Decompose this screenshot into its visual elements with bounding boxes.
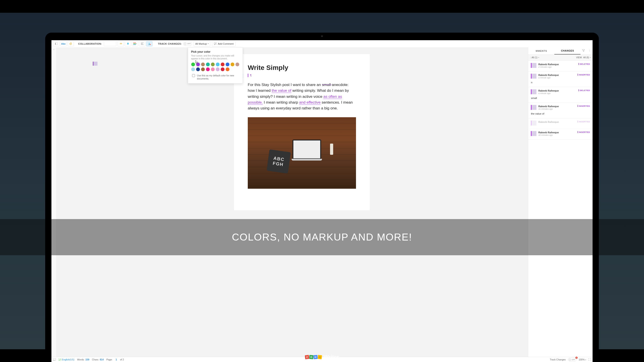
change-item[interactable]: Rakeeb Rafeeque41 minutes agoINSERTEDthe… [528,103,592,118]
change-badge: INSERTED [578,105,590,107]
color-swatch[interactable] [216,67,220,71]
color-swatch[interactable] [216,62,220,66]
right-panel: MMENTS CHANGES ⋮ : All (1)▾ VIEW: All (6… [528,47,592,357]
collapse-icon[interactable]: ‹ [54,48,54,51]
color-swatch[interactable] [191,62,195,66]
monitor-frame: Abc COLLABORATION: ✉ ▾ TRACK CHANGES: OF… [45,33,599,362]
refresh-button[interactable] [68,41,74,46]
change-time: 2 minutes ago [538,66,578,68]
spellcheck-button[interactable]: Abc [60,41,67,46]
svg-point-8 [149,43,150,44]
color-swatch[interactable] [221,67,224,71]
left-rail: ‹ [52,47,56,357]
paragraph-mark: ▎¶ [248,74,356,77]
document-area: Write Simply + ☰ ▎¶ For this Stay Stylis… [76,47,528,357]
color-swatch[interactable] [201,67,205,71]
default-color-checkbox-row[interactable]: Use this as my default color for new doc… [191,74,240,80]
color-swatch[interactable] [211,67,215,71]
change-badge: DELETED [578,89,590,92]
change-time: a minute ago [538,76,577,79]
color-swatch[interactable] [191,67,195,71]
color-swatch[interactable] [221,62,224,66]
color-swatch[interactable] [226,67,230,71]
change-author: Rakeeb Rafeeque [538,121,577,123]
change-body: the value of [531,112,590,115]
document-body[interactable]: For this Stay Stylish post I want to sha… [248,82,356,111]
track-changes-label: TRACK CHANGES: [158,42,182,45]
color-swatch[interactable] [236,62,239,66]
color-swatch[interactable] [211,62,215,66]
color-picker-popover: Pick your color Your cursor, and the cha… [188,47,243,84]
change-author: Rakeeb Rafeeque [538,74,577,76]
color-swatch[interactable] [201,62,205,66]
image-remote [330,144,333,155]
svg-rect-6 [141,43,143,44]
change-author: Rakeeb Rafeeque [538,131,577,134]
notify-button[interactable] [125,41,131,46]
more-icon[interactable]: ⋮ [588,49,591,52]
svg-rect-1 [55,43,56,45]
change-avatar [531,105,536,110]
default-color-checkbox[interactable] [192,74,195,77]
collaborator-cursor-avatar [93,62,98,66]
add-comment-button[interactable]: Add Comment [212,41,236,46]
page[interactable]: Write Simply + ☰ ▎¶ For this Stay Stylis… [234,54,370,210]
change-item[interactable]: Rakeeb RafeequeINSERTED [528,118,592,129]
filter-icon[interactable] [582,49,585,52]
change-author: Rakeeb Rafeeque [538,63,578,66]
color-swatch[interactable] [230,62,234,66]
changes-filter-bar: : All (1)▾ VIEW: All (6)▾ [528,55,592,61]
filter-view-dropdown[interactable]: VIEW: All (6)▾ [576,56,591,59]
changes-list: Rakeeb Rafeeque2 minutes agoDELETEDRakee… [528,61,592,357]
app-body: ‹ Write Simply + ☰ ▎¶ [52,47,593,357]
video-caption-overlay: COLORS, NO MARKUP AND MORE! [0,219,644,255]
change-item[interactable]: Rakeeb Rafeequea minute agoINSERTEDn [528,71,592,87]
list-color-button[interactable]: ▾ [132,41,138,46]
color-swatch[interactable] [206,62,210,66]
change-badge: INSERTED [578,74,590,76]
svg-rect-5 [141,43,144,43]
change-author: Rakeeb Rafeeque [538,105,577,108]
panel-toggle-button[interactable] [53,41,60,46]
change-item[interactable]: Rakeeb Rafeequea minute agoDELETEDsmall [528,87,592,103]
svg-rect-4 [133,44,136,45]
tab-comments[interactable]: MMENTS [528,47,554,54]
change-badge: INSERTED [578,121,590,123]
change-author: Rakeeb Rafeeque [538,89,578,92]
change-avatar [531,131,536,136]
document-title[interactable]: Write Simply [248,64,356,71]
toolbar: Abc COLLABORATION: ✉ ▾ TRACK CHANGES: OF… [52,40,593,48]
user-color-button[interactable] [146,41,152,46]
tab-changes[interactable]: CHANGES [554,47,580,54]
color-swatch[interactable] [196,62,200,66]
collaboration-field[interactable] [104,41,116,46]
change-item[interactable]: Rakeeb Rafeeque2 minutes agoDELETED [528,61,592,71]
inserted-text: and effective [299,100,321,105]
inserted-text: the value of [272,88,291,93]
zoho-logo: ZOHO [305,355,322,359]
letterbox-top [0,0,644,13]
change-avatar [531,89,536,94]
svg-rect-9 [150,44,150,45]
change-body: small [531,97,590,99]
image-laptop [292,140,321,159]
document-image[interactable]: ABCFGH [248,117,356,189]
mail-button[interactable]: ✉ [118,41,124,46]
align-button[interactable] [139,41,145,46]
track-changes-toggle[interactable]: OFF [183,42,192,46]
change-item[interactable]: Rakeeb Rafeeque42 minutes agoINSERTED [528,129,592,140]
color-swatch[interactable] [196,67,200,71]
app-screen: Abc COLLABORATION: ✉ ▾ TRACK CHANGES: OF… [52,40,593,362]
color-swatches [191,62,240,71]
svg-rect-3 [133,43,136,44]
filter-user-dropdown[interactable]: : All (1)▾ [530,56,539,59]
color-swatch[interactable] [206,67,210,71]
image-pillow: ABCFGH [266,149,291,173]
change-avatar [531,121,536,126]
markup-dropdown[interactable]: All Markup▾ [194,41,210,46]
color-swatch[interactable] [226,62,230,66]
deleted-text: small [322,83,332,87]
popover-title: Pick your color [191,50,240,53]
svg-rect-7 [141,44,144,45]
change-time: a minute ago [538,92,578,94]
